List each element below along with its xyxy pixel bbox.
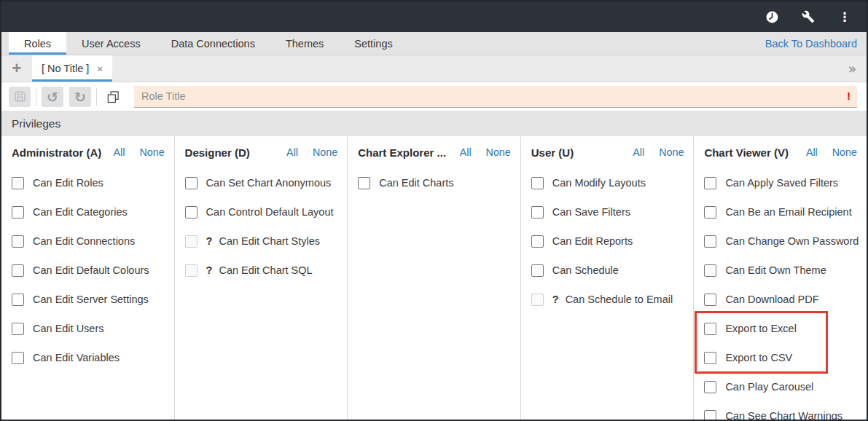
select-all-link[interactable]: All <box>286 146 298 158</box>
privilege-row-export-excel: Export to Excel <box>694 314 867 343</box>
checkbox-unchecked[interactable] <box>704 294 716 306</box>
privilege-label: Can Edit Variables <box>33 352 120 363</box>
help-question-icon: ? <box>206 264 213 276</box>
checkbox-unchecked[interactable] <box>531 264 544 277</box>
checkbox-unchecked[interactable] <box>12 235 24 248</box>
checkbox-unchecked[interactable] <box>358 177 370 189</box>
checkbox-unchecked[interactable] <box>704 381 716 393</box>
privilege-row: Can Edit Own Theme <box>694 256 867 285</box>
checkbox-unchecked[interactable] <box>185 206 198 219</box>
select-all-link[interactable]: All <box>806 146 818 158</box>
privilege-label: Can Change Own Password <box>725 235 859 247</box>
privilege-row: Can Schedule <box>521 256 694 285</box>
privilege-row: Can Be an Email Recipient <box>694 197 867 227</box>
checkbox-unchecked[interactable] <box>704 323 716 335</box>
undo-button[interactable]: ↺ <box>42 87 63 107</box>
tab-user-access[interactable]: User Access <box>66 32 156 55</box>
help-question-icon: ? <box>206 235 213 247</box>
save-floppy-icon <box>14 90 26 103</box>
add-role-tab-button[interactable]: + <box>1 55 32 82</box>
privilege-label: Can Edit Own Theme <box>725 264 826 276</box>
privilege-row: ?Can Edit Chart Styles <box>175 227 348 256</box>
privilege-label: Can Schedule to Email <box>566 294 673 305</box>
select-none-link[interactable]: None <box>486 146 511 158</box>
privilege-label: Export to Excel <box>725 323 797 334</box>
copy-pages-icon <box>106 90 120 104</box>
tab-settings[interactable]: Settings <box>339 32 407 55</box>
checkbox-disabled <box>531 294 544 306</box>
privilege-row: Can Edit Roles <box>1 168 174 197</box>
column-chart-viewer: Chart Viewer (V) All None Can Apply Save… <box>694 136 867 420</box>
privilege-row: Can Change Own Password <box>694 227 867 256</box>
select-all-link[interactable]: All <box>633 146 644 158</box>
close-icon[interactable]: × <box>97 63 103 74</box>
checkbox-unchecked[interactable] <box>531 235 544 248</box>
select-none-link[interactable]: None <box>139 146 164 158</box>
privilege-label: Can Edit Reports <box>552 235 633 247</box>
checkbox-unchecked[interactable] <box>704 177 716 189</box>
checkbox-unchecked[interactable] <box>12 206 24 219</box>
select-none-link[interactable]: None <box>313 146 337 158</box>
privilege-label: Can Modify Layouts <box>552 177 646 189</box>
checkbox-unchecked[interactable] <box>12 323 24 335</box>
checkbox-unchecked[interactable] <box>12 177 24 189</box>
select-all-link[interactable]: All <box>114 146 125 158</box>
document-tab-no-title[interactable]: [ No Title ] × <box>32 55 112 82</box>
checkbox-unchecked[interactable] <box>185 177 198 189</box>
tab-roles[interactable]: Roles <box>9 32 66 55</box>
privilege-row: Can Download PDF <box>694 285 867 314</box>
privilege-row: Can Edit Default Colours <box>1 256 174 285</box>
redo-button[interactable]: ↻ <box>69 87 91 107</box>
wrench-icon[interactable] <box>801 9 816 24</box>
privilege-row: Can Edit Categories <box>1 197 174 227</box>
kebab-menu-icon[interactable]: ⋮ <box>837 9 852 24</box>
checkbox-unchecked[interactable] <box>531 206 544 219</box>
role-toolbar: ↺ ↻ ! <box>1 82 867 111</box>
help-question-icon: ? <box>552 294 559 305</box>
history-clock-icon[interactable] <box>765 9 779 24</box>
checkbox-disabled <box>185 235 198 248</box>
checkbox-unchecked[interactable] <box>531 177 544 189</box>
select-none-link[interactable]: None <box>832 146 857 158</box>
privilege-columns: Administrator (A) All None Can Edit Role… <box>1 136 867 420</box>
validation-error-mark: ! <box>847 90 851 102</box>
privilege-row: Can Edit Server Settings <box>1 285 174 314</box>
checkbox-unchecked[interactable] <box>704 264 716 277</box>
save-button[interactable] <box>9 87 31 107</box>
checkbox-unchecked[interactable] <box>704 235 716 248</box>
privilege-label: Can Edit Charts <box>379 177 453 189</box>
column-title: User (U) <box>531 146 633 159</box>
privilege-row: ?Can Schedule to Email <box>521 285 694 314</box>
duplicate-role-button[interactable] <box>102 87 124 107</box>
top-bar: ⋮ <box>1 1 867 32</box>
select-all-link[interactable]: All <box>460 146 472 158</box>
checkbox-unchecked[interactable] <box>12 264 24 277</box>
checkbox-unchecked[interactable] <box>12 352 24 364</box>
select-none-link[interactable]: None <box>659 146 684 158</box>
privilege-label: Can Apply Saved Filters <box>725 177 838 189</box>
privilege-label: Can Control Default Layout <box>206 206 334 218</box>
tab-themes[interactable]: Themes <box>270 32 339 55</box>
privilege-row: Can Modify Layouts <box>521 168 694 197</box>
checkbox-unchecked[interactable] <box>12 294 24 306</box>
toolbar-divider <box>96 88 97 106</box>
checkbox-unchecked[interactable] <box>704 206 716 219</box>
nav-tab-bar: Roles User Access Data Connections Theme… <box>1 32 867 55</box>
column-title: Chart Explorer ... <box>358 146 460 159</box>
role-title-field-wrap: ! <box>134 86 857 108</box>
privilege-label: Can Edit Users <box>33 323 104 334</box>
checkbox-unchecked[interactable] <box>704 410 716 420</box>
privilege-row: Can Edit Connections <box>1 227 174 256</box>
tab-data-connections[interactable]: Data Connections <box>156 32 270 55</box>
privilege-row: Can Edit Users <box>1 314 174 343</box>
role-title-input[interactable] <box>134 86 857 108</box>
tab-overflow-chevron-icon[interactable]: » <box>848 55 867 82</box>
app-window: ⋮ Roles User Access Data Connections The… <box>0 0 868 421</box>
checkbox-unchecked[interactable] <box>704 352 716 364</box>
privilege-row-export-csv: Export to CSV <box>694 343 867 372</box>
privilege-label: Can Be an Email Recipient <box>725 206 851 218</box>
privilege-label: Can Save Filters <box>552 206 630 218</box>
privileges-section-header: Privileges <box>1 111 867 136</box>
back-to-dashboard-link[interactable]: Back To Dashboard <box>765 32 867 55</box>
privilege-label: Can See Chart Warnings <box>725 410 842 420</box>
